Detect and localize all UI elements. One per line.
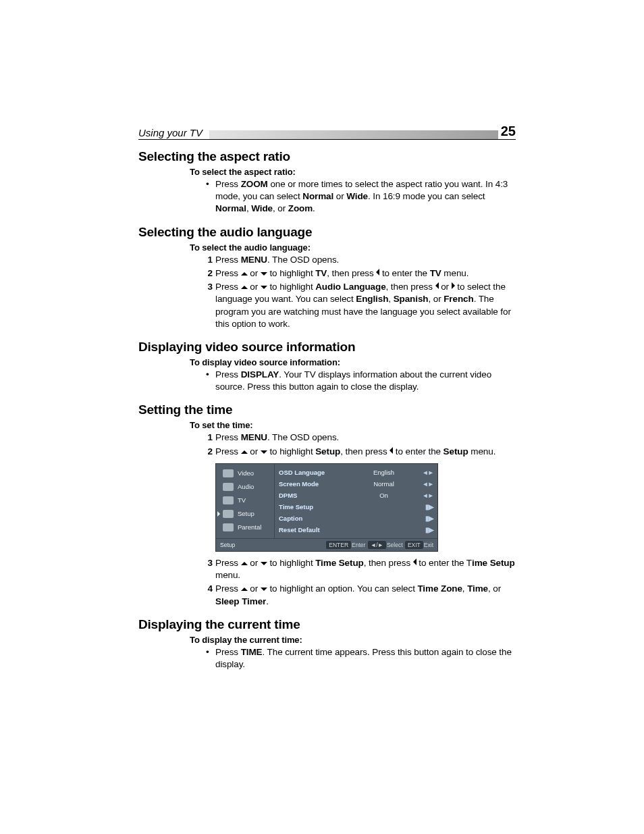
audio-icon xyxy=(223,483,234,491)
osd-breadcrumb: Setup xyxy=(220,542,274,548)
osd-screenshot: Video Audio TV Setup Parental OSD Langua… xyxy=(215,463,438,552)
intro-setting-time: To set the time: xyxy=(190,420,516,430)
video-icon xyxy=(223,469,234,477)
list-video-source: Press DISPLAY. Your TV displays informat… xyxy=(200,369,516,393)
osd-side-video: Video xyxy=(216,467,274,480)
osd-row-osd-language: OSD LanguageEnglish◄► xyxy=(279,467,433,478)
bullet-aspect-ratio-1: Press ZOOM one or more times to select t… xyxy=(200,178,516,215)
heading-aspect-ratio: Selecting the aspect ratio xyxy=(138,149,516,164)
step-audio-1: Press MENU. The OSD opens. xyxy=(200,254,516,266)
step-time-2: Press or to highlight Setup, then press … xyxy=(200,446,516,458)
tv-icon xyxy=(223,496,234,504)
list-aspect-ratio: Press ZOOM one or more times to select t… xyxy=(200,178,516,215)
osd-row-screen-mode: Screen ModeNormal◄► xyxy=(279,478,433,490)
enter-icon: ▮▶ xyxy=(421,503,433,511)
osd-row-reset-default: Reset Default▮▶ xyxy=(279,524,433,536)
arrow-down-icon xyxy=(261,272,267,276)
osd-row-time-setup: Time Setup▮▶ xyxy=(279,501,433,513)
step-audio-3: Press or to highlight Audio Language, th… xyxy=(200,281,516,330)
steps-setting-time-cont: Press or to highlight Time Setup, then p… xyxy=(200,557,516,608)
arrow-up-icon xyxy=(241,272,248,276)
osd-body: Video Audio TV Setup Parental OSD Langua… xyxy=(216,464,437,538)
osd-side-tv: TV xyxy=(216,494,274,507)
osd-side-setup: Setup xyxy=(216,507,274,521)
arrow-down-icon xyxy=(261,562,267,565)
bullet-current-time-1: Press TIME. The current time appears. Pr… xyxy=(200,646,516,671)
heading-audio-language: Selecting the audio language xyxy=(138,225,516,240)
arrow-up-icon xyxy=(241,562,248,565)
manual-page: Using your TV 25 Selecting the aspect ra… xyxy=(0,0,644,834)
arrow-down-icon xyxy=(261,588,267,591)
osd-main: OSD LanguageEnglish◄► Screen ModeNormal◄… xyxy=(274,464,437,538)
running-head: Using your TV xyxy=(138,127,203,138)
heading-current-time: Displaying the current time xyxy=(138,617,516,632)
enter-icon: ▮▶ xyxy=(421,515,433,522)
left-right-icon: ◄► xyxy=(421,480,433,488)
osd-footer: Setup ENTEREnter ◄/►Select EXITExit xyxy=(216,538,437,551)
osd-row-caption: Caption▮▶ xyxy=(279,513,433,524)
enter-key-icon: ENTER xyxy=(326,541,351,549)
page-number: 25 xyxy=(498,124,516,139)
arrow-down-icon xyxy=(261,286,267,289)
intro-audio-language: To select the audio language: xyxy=(190,242,516,253)
heading-setting-time: Setting the time xyxy=(138,402,516,417)
list-current-time: Press TIME. The current time appears. Pr… xyxy=(200,646,516,671)
osd-side-parental: Parental xyxy=(216,521,274,534)
bullet-video-source-1: Press DISPLAY. Your TV displays informat… xyxy=(200,369,516,393)
arrow-up-icon xyxy=(241,286,248,289)
osd-hints: ENTEREnter ◄/►Select EXITExit xyxy=(325,542,433,548)
intro-current-time: To display the current time: xyxy=(190,635,516,645)
osd-row-dpms: DPMSOn◄► xyxy=(279,490,433,501)
steps-audio-language: Press MENU. The OSD opens. Press or to h… xyxy=(200,254,516,330)
arrow-up-icon xyxy=(241,588,248,591)
osd-sidebar: Video Audio TV Setup Parental xyxy=(216,464,274,538)
left-right-icon: ◄/► xyxy=(368,541,386,549)
steps-setting-time: Press MENU. The OSD opens. Press or to h… xyxy=(200,432,516,457)
exit-key-icon: EXIT xyxy=(405,541,423,549)
step-audio-2: Press or to highlight TV, then press to … xyxy=(200,267,516,280)
step-time-1: Press MENU. The OSD opens. xyxy=(200,432,516,444)
osd-side-audio: Audio xyxy=(216,480,274,494)
heading-video-source-info: Displaying video source information xyxy=(138,340,516,355)
parental-icon xyxy=(223,523,234,531)
setup-icon xyxy=(223,510,234,518)
header-rule xyxy=(138,139,516,140)
enter-icon: ▮▶ xyxy=(421,526,433,533)
header-gradient xyxy=(209,130,516,140)
arrow-up-icon xyxy=(241,450,248,454)
step-time-3: Press or to highlight Time Setup, then p… xyxy=(200,557,516,581)
intro-video-source-info: To display video source information: xyxy=(190,357,516,367)
left-right-icon: ◄► xyxy=(421,469,433,476)
step-time-4: Press or to highlight an option. You can… xyxy=(200,583,516,607)
page-header: Using your TV 25 xyxy=(138,125,516,140)
intro-aspect-ratio: To select the aspect ratio: xyxy=(190,167,516,177)
arrow-down-icon xyxy=(261,450,267,454)
left-right-icon: ◄► xyxy=(421,492,433,499)
